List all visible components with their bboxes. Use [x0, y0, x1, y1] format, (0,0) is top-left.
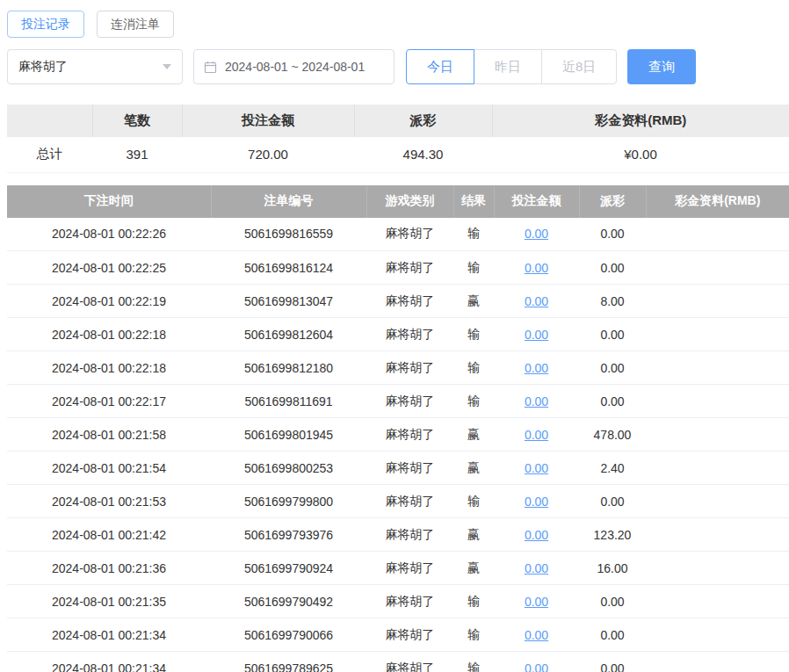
cell-payout: 0.00: [579, 351, 646, 385]
date-range-input[interactable]: 2024-08-01 ~ 2024-08-01: [193, 49, 394, 84]
bet-amount-link[interactable]: 0.00: [525, 661, 548, 672]
cell-bonus: [646, 452, 789, 485]
cell-bonus: [646, 418, 789, 452]
summary-bonus-value: ¥0.00: [492, 137, 789, 172]
quick-last8days-button[interactable]: 近8日: [541, 49, 617, 84]
cell-order-id: 5061699816559: [211, 218, 366, 251]
cell-bonus: [646, 251, 789, 285]
header-game-type: 游戏类别: [366, 185, 453, 218]
cell-payout: 16.00: [579, 552, 646, 585]
search-button[interactable]: 查询: [627, 49, 696, 84]
quick-today-button[interactable]: 今日: [406, 49, 474, 84]
bet-amount-link[interactable]: 0.00: [525, 428, 548, 442]
table-row: 2024-08-01 00:22:25 5061699816124 麻将胡了 输…: [7, 251, 789, 285]
cell-result: 输: [453, 351, 494, 385]
cell-payout: 0.00: [579, 585, 646, 618]
header-bet-time: 下注时间: [7, 185, 211, 218]
bet-amount-link[interactable]: 0.00: [525, 361, 548, 375]
header-order-id: 注单编号: [211, 185, 366, 218]
bet-amount-link[interactable]: 0.00: [525, 461, 548, 475]
cell-payout: 8.00: [579, 285, 646, 318]
cell-game-type: 麻将胡了: [366, 318, 453, 351]
table-row: 2024-08-01 00:21:34 5061699789625 麻将胡了 输…: [7, 652, 789, 672]
cell-bet-time: 2024-08-01 00:22:18: [7, 318, 211, 351]
cell-payout: 123.20: [579, 518, 646, 552]
table-row: 2024-08-01 00:21:42 5061699793976 麻将胡了 赢…: [7, 518, 789, 552]
cell-bonus: [646, 485, 789, 518]
cell-bonus: [646, 585, 789, 618]
bet-amount-link[interactable]: 0.00: [525, 528, 548, 542]
cell-order-id: 5061699812180: [211, 351, 366, 385]
bet-amount-link[interactable]: 0.00: [525, 294, 548, 308]
cell-bonus: [646, 385, 789, 418]
calendar-icon: [204, 61, 217, 74]
game-select[interactable]: 麻将胡了: [7, 49, 183, 84]
cell-bonus: [646, 652, 789, 672]
bet-amount-link[interactable]: 0.00: [525, 595, 548, 609]
bet-amount-link[interactable]: 0.00: [525, 495, 548, 509]
summary-header-blank: [7, 105, 92, 137]
cell-bet-time: 2024-08-01 00:21:34: [7, 652, 211, 672]
table-row: 2024-08-01 00:21:54 5061699800253 麻将胡了 赢…: [7, 452, 789, 485]
cell-bet-time: 2024-08-01 00:22:17: [7, 385, 211, 418]
cell-bet-amount: 0.00: [494, 618, 579, 652]
chevron-down-icon: [163, 64, 171, 69]
cell-game-type: 麻将胡了: [366, 585, 453, 618]
bet-amount-link[interactable]: 0.00: [525, 328, 548, 342]
table-row: 2024-08-01 00:22:26 5061699816559 麻将胡了 输…: [7, 218, 789, 251]
bet-amount-link[interactable]: 0.00: [525, 261, 548, 275]
cell-bet-amount: 0.00: [494, 652, 579, 672]
cell-payout: 0.00: [579, 218, 646, 251]
quick-yesterday-button[interactable]: 昨日: [474, 49, 542, 84]
cell-result: 输: [453, 251, 494, 285]
cell-game-type: 麻将胡了: [366, 285, 453, 318]
cell-game-type: 麻将胡了: [366, 351, 453, 385]
cell-game-type: 麻将胡了: [366, 452, 453, 485]
header-bonus: 彩金资料(RMB): [646, 185, 789, 218]
header-bet-amount: 投注金额: [494, 185, 579, 218]
cell-payout: 0.00: [579, 318, 646, 351]
cell-result: 输: [453, 218, 494, 251]
cell-bet-time: 2024-08-01 00:22:26: [7, 218, 211, 251]
cell-game-type: 麻将胡了: [366, 485, 453, 518]
bet-amount-link[interactable]: 0.00: [525, 227, 548, 241]
table-row: 2024-08-01 00:21:58 5061699801945 麻将胡了 赢…: [7, 418, 789, 452]
cell-game-type: 麻将胡了: [366, 218, 453, 251]
cell-bonus: [646, 618, 789, 652]
cell-bet-amount: 0.00: [494, 452, 579, 485]
game-select-value: 麻将胡了: [18, 59, 68, 75]
cell-result: 输: [453, 618, 494, 652]
cell-result: 输: [453, 585, 494, 618]
summary-total-label: 总计: [7, 137, 92, 172]
cell-bet-time: 2024-08-01 00:21:35: [7, 585, 211, 618]
table-row: 2024-08-01 00:22:17 5061699811691 麻将胡了 输…: [7, 385, 789, 418]
summary-count-value: 391: [92, 137, 182, 172]
header-payout: 派彩: [579, 185, 646, 218]
summary-header-payout: 派彩: [354, 105, 492, 137]
bet-amount-link[interactable]: 0.00: [525, 394, 548, 408]
cell-bonus: [646, 552, 789, 585]
cell-game-type: 麻将胡了: [366, 385, 453, 418]
cell-bet-amount: 0.00: [494, 585, 579, 618]
tab-betting-records[interactable]: 投注记录: [7, 11, 84, 38]
cell-bet-amount: 0.00: [494, 285, 579, 318]
bet-amount-link[interactable]: 0.00: [525, 628, 548, 642]
cell-bonus: [646, 518, 789, 552]
cell-bet-time: 2024-08-01 00:22:19: [7, 285, 211, 318]
summary-total-row: 总计 391 720.00 494.30 ¥0.00: [7, 137, 789, 172]
cell-result: 输: [453, 652, 494, 672]
cell-game-type: 麻将胡了: [366, 652, 453, 672]
cell-order-id: 5061699812604: [211, 318, 366, 351]
cell-payout: 0.00: [579, 251, 646, 285]
bet-amount-link[interactable]: 0.00: [525, 561, 548, 575]
cell-game-type: 麻将胡了: [366, 418, 453, 452]
cell-result: 输: [453, 318, 494, 351]
quick-range-group: 今日 昨日 近8日: [406, 49, 617, 84]
cell-bonus: [646, 285, 789, 318]
cell-payout: 0.00: [579, 652, 646, 672]
cell-bet-amount: 0.00: [494, 251, 579, 285]
records-table-body: 2024-08-01 00:22:26 5061699816559 麻将胡了 输…: [7, 218, 789, 672]
cell-order-id: 5061699811691: [211, 385, 366, 418]
tab-cancelled-orders[interactable]: 连消注单: [97, 11, 174, 38]
cell-payout: 0.00: [579, 385, 646, 418]
